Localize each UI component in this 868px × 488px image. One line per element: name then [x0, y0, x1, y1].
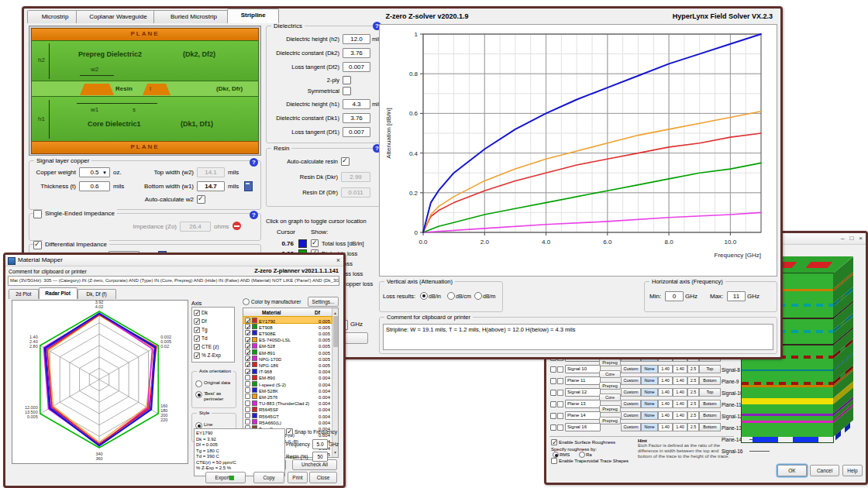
- material-row[interactable]: EM-528K0.004: [243, 387, 332, 393]
- axis-item-checkbox[interactable]: [194, 352, 200, 359]
- cell-value[interactable]: 1.40: [658, 423, 673, 431]
- field-value[interactable]: 4.3: [343, 99, 370, 109]
- thickness-field[interactable]: 0.6: [79, 181, 110, 191]
- cell-value[interactable]: 2.5: [687, 411, 699, 420]
- axis-item-checkbox[interactable]: [194, 327, 200, 333]
- material-row[interactable]: EY17900.005: [243, 317, 332, 323]
- material-row[interactable]: NPG-170D0.005: [243, 355, 332, 361]
- symmetrical-checkbox[interactable]: [343, 87, 351, 95]
- cell-button[interactable]: Custom: [621, 365, 641, 373]
- cell-value[interactable]: 1.40: [673, 400, 687, 408]
- material-checkbox[interactable]: [245, 381, 250, 387]
- row-select-cell[interactable]: [557, 413, 563, 419]
- layer-name-field[interactable]: Signal 10: [565, 365, 601, 373]
- cell-button[interactable]: Custom: [621, 388, 641, 397]
- row-select-cell[interactable]: [557, 390, 563, 396]
- row-checkbox[interactable]: [550, 390, 556, 396]
- field-value[interactable]: 0.007: [343, 127, 370, 137]
- cell-button[interactable]: Bottom: [699, 376, 721, 385]
- mapper-tab-radar-plot[interactable]: Radar Plot: [39, 287, 78, 299]
- ok-button[interactable]: OK: [777, 465, 807, 476]
- help-icon[interactable]: ?: [250, 158, 258, 167]
- cell-value[interactable]: 1.40: [673, 423, 687, 431]
- min-field[interactable]: 0: [665, 291, 684, 301]
- layer-name-field[interactable]: Signal 12: [565, 388, 601, 397]
- row-checkbox[interactable]: [550, 424, 556, 431]
- autocalc-resin-checkbox[interactable]: [341, 157, 350, 166]
- orientation-option-radio[interactable]: [195, 380, 202, 387]
- cell-value[interactable]: 2.5: [687, 365, 699, 373]
- axis-item-checkbox[interactable]: [194, 344, 200, 350]
- layer-name-field[interactable]: Plane 13: [565, 400, 601, 408]
- single-ended-checkbox[interactable]: [33, 210, 42, 218]
- layer-name-field[interactable]: Signal 16: [565, 423, 601, 431]
- frequency-field[interactable]: 5.0: [312, 439, 328, 449]
- material-checkbox[interactable]: [245, 387, 250, 393]
- cell-value[interactable]: 1.40: [673, 411, 687, 420]
- row-select-cell[interactable]: [557, 378, 563, 384]
- cell-none[interactable]: None: [641, 365, 658, 373]
- material-checkbox[interactable]: [245, 318, 250, 323]
- material-checkbox[interactable]: [245, 330, 250, 335]
- help-button[interactable]: Help: [842, 465, 863, 476]
- cell-none[interactable]: None: [641, 400, 658, 408]
- tab-coplanar-waveguide[interactable]: Coplanar Waveguide: [76, 10, 160, 23]
- axis-item-checkbox[interactable]: [194, 310, 200, 316]
- cell-value[interactable]: 1.40: [658, 376, 673, 385]
- trapezoid-checkbox[interactable]: [551, 458, 557, 464]
- resin-pct-field[interactable]: 50: [312, 452, 328, 462]
- mapper-filter-input[interactable]: Mat (3V/5GHz): 305 — (Category) IN (Z-ze…: [8, 276, 339, 286]
- cell-button[interactable]: Top: [699, 365, 721, 373]
- material-checkbox[interactable]: [245, 356, 250, 361]
- material-row[interactable]: EM-8910.005: [243, 349, 332, 355]
- cell-button[interactable]: Custom: [621, 400, 641, 408]
- cell-none[interactable]: None: [641, 376, 658, 385]
- differential-checkbox[interactable]: [33, 241, 42, 249]
- material-row[interactable]: I-speed (S-2)0.004: [243, 380, 332, 387]
- cell-value[interactable]: 2.5: [687, 400, 699, 408]
- field-value[interactable]: 3.76: [343, 113, 370, 123]
- loss-option-radio[interactable]: [474, 292, 482, 300]
- layer-name-field[interactable]: Plane 11: [565, 376, 601, 385]
- material-checkbox[interactable]: [245, 337, 250, 342]
- export-button[interactable]: Export: [205, 472, 246, 483]
- cell-button[interactable]: Bottom: [699, 400, 721, 408]
- cell-value[interactable]: 1.40: [658, 365, 673, 373]
- scroll-down-icon[interactable]: ▼: [333, 448, 337, 456]
- bottom-width-field[interactable]: 14.7: [197, 181, 225, 191]
- cell-value[interactable]: 1.40: [673, 388, 687, 397]
- close-icon[interactable]: ×: [859, 233, 863, 244]
- field-value[interactable]: 12.0: [343, 34, 370, 44]
- material-row[interactable]: IT-9680.004: [243, 368, 332, 374]
- cell-value[interactable]: 2.5: [687, 388, 699, 397]
- cell-value[interactable]: 1.40: [658, 388, 673, 397]
- copy-button[interactable]: Copy: [253, 472, 284, 483]
- close-button[interactable]: Close: [309, 472, 337, 483]
- material-checkbox[interactable]: [245, 349, 250, 355]
- mapper-tab-dk-df-f-[interactable]: Dk, Df (f): [78, 289, 116, 299]
- calculator-icon[interactable]: [244, 181, 253, 191]
- cell-value[interactable]: 1.40: [673, 376, 687, 385]
- cell-value[interactable]: 1.40: [658, 400, 673, 408]
- material-row[interactable]: EM-8900.004: [243, 374, 332, 380]
- row-checkbox[interactable]: [550, 366, 556, 373]
- settings-button[interactable]: Settings...: [308, 297, 339, 307]
- cell-none[interactable]: None: [641, 411, 658, 420]
- cell-button[interactable]: Top: [699, 388, 721, 397]
- row-select-cell[interactable]: [557, 401, 563, 407]
- comment-textarea[interactable]: Stripline: W = 19.1 mils, T = 1.2 mils, …: [383, 324, 773, 350]
- dropdown-arrow-icon[interactable]: ▼: [102, 169, 107, 177]
- loss-option-radio[interactable]: [420, 292, 428, 300]
- material-checkbox[interactable]: [245, 413, 250, 418]
- cell-button[interactable]: Bottom: [699, 411, 721, 420]
- scrollbar-thumb[interactable]: [333, 316, 338, 347]
- material-row[interactable]: R5645GT0.004: [243, 412, 332, 418]
- material-checkbox[interactable]: [245, 393, 250, 399]
- axis-item-checkbox[interactable]: [194, 318, 200, 325]
- material-row[interactable]: ET9080.005: [243, 323, 332, 329]
- minimize-icon[interactable]: –: [841, 233, 844, 244]
- cell-value[interactable]: 1.40: [658, 411, 673, 420]
- cell-button[interactable]: Custom: [621, 423, 641, 431]
- cell-button[interactable]: Bottom: [699, 423, 721, 431]
- material-checkbox[interactable]: [245, 407, 250, 412]
